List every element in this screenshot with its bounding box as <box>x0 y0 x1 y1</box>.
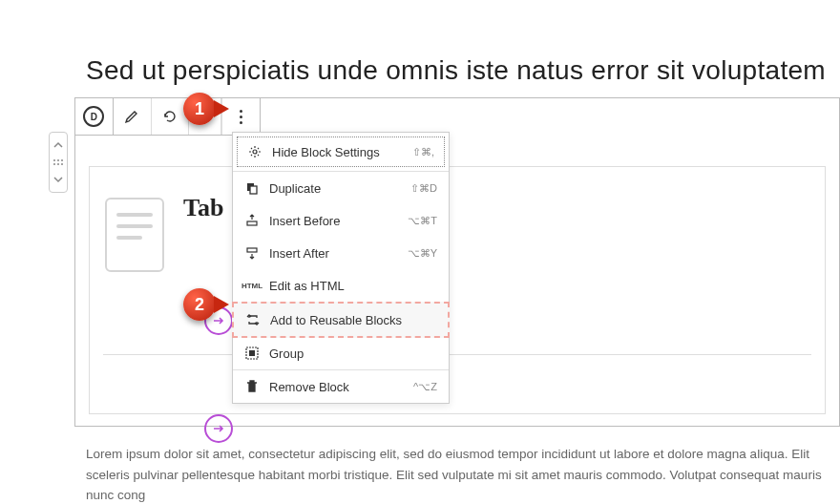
menu-item-label: Remove Block <box>269 380 413 394</box>
expand-arrow-button-2[interactable] <box>204 414 233 443</box>
more-vertical-icon <box>240 110 242 124</box>
menu-item-label: Insert Before <box>269 214 408 228</box>
gear-icon <box>247 144 262 159</box>
document-icon <box>105 198 164 272</box>
menu-item-shortcut: ⇧⌘, <box>412 146 434 158</box>
menu-duplicate[interactable]: Duplicate ⇧⌘D <box>233 172 449 204</box>
page-title: Sed ut perspiciatis unde omnis iste natu… <box>86 55 840 86</box>
move-down-icon[interactable] <box>53 171 63 188</box>
editor-block-area: D Tab <box>74 97 840 427</box>
menu-add-to-reusable-blocks[interactable]: Add to Reusable Blocks <box>232 302 450 338</box>
svg-point-0 <box>253 150 257 154</box>
menu-hide-block-settings[interactable]: Hide Block Settings ⇧⌘, <box>237 136 445 167</box>
svg-rect-2 <box>250 186 257 194</box>
divider <box>103 354 811 355</box>
menu-insert-after[interactable]: Insert After ⌥⌘Y <box>233 237 449 269</box>
menu-item-label: Add to Reusable Blocks <box>270 313 436 327</box>
body-paragraph: Lorem ipsum dolor sit amet, consectetur … <box>86 444 840 504</box>
menu-edit-as-html[interactable]: HTML Edit as HTML <box>233 269 449 302</box>
menu-item-label: Duplicate <box>269 181 410 196</box>
annotation-badge-1: 1 <box>183 93 216 125</box>
divi-logo-icon: D <box>83 106 104 127</box>
menu-item-shortcut: ^⌥Z <box>413 381 437 393</box>
edit-button[interactable] <box>114 98 152 135</box>
html-icon: HTML <box>244 278 260 293</box>
menu-remove-block[interactable]: Remove Block ^⌥Z <box>233 370 449 403</box>
svg-rect-4 <box>247 248 257 252</box>
menu-group[interactable]: Group <box>233 337 449 369</box>
block-mover-handle[interactable] <box>49 132 68 193</box>
tab-title-label: Tab <box>183 194 223 222</box>
reusable-icon <box>245 312 261 327</box>
menu-item-shortcut: ⌥⌘Y <box>408 247 437 260</box>
menu-item-label: Edit as HTML <box>269 279 437 293</box>
duplicate-icon <box>244 180 260 196</box>
menu-item-label: Group <box>269 346 437 361</box>
insert-after-icon <box>244 245 260 261</box>
move-up-icon[interactable] <box>53 136 63 154</box>
block-options-menu: Hide Block Settings ⇧⌘, Duplicate ⇧⌘D In… <box>232 132 450 404</box>
refresh-icon <box>162 109 178 124</box>
menu-insert-before[interactable]: Insert Before ⌥⌘T <box>233 204 449 237</box>
block-toolbar: D <box>74 97 261 136</box>
divi-block-button[interactable]: D <box>75 98 114 135</box>
svg-rect-6 <box>249 350 255 356</box>
insert-before-icon <box>244 213 260 228</box>
pencil-icon <box>124 109 139 124</box>
trash-icon <box>244 379 260 394</box>
menu-item-label: Hide Block Settings <box>272 145 412 159</box>
menu-item-label: Insert After <box>269 246 408 261</box>
annotation-badge-2: 2 <box>183 288 216 321</box>
menu-item-shortcut: ⌥⌘T <box>408 215 437 227</box>
menu-item-shortcut: ⇧⌘D <box>410 182 437 195</box>
svg-rect-3 <box>247 221 257 225</box>
group-icon <box>244 346 260 361</box>
drag-handle-icon[interactable] <box>53 154 63 171</box>
